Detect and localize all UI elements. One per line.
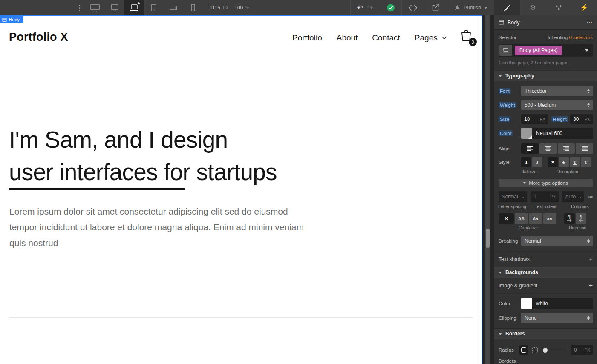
size-label: Size: [499, 117, 521, 122]
selector-tag[interactable]: Body (All Pages): [515, 46, 562, 55]
size-input[interactable]: 18PX: [521, 114, 548, 124]
breakpoint-phone-landscape-button[interactable]: [164, 0, 183, 15]
breakpoint-tablet-button[interactable]: [144, 0, 164, 15]
direction-sublabel: Direction: [569, 225, 586, 230]
columns-input[interactable]: Auto-: [562, 191, 584, 202]
direction-ltr-button[interactable]: ¶: [564, 213, 575, 224]
style-panel: Body ••• Selector Inheriting 0 selectors…: [494, 15, 597, 364]
undo-button[interactable]: ↶: [357, 4, 363, 11]
panel-menu-button[interactable]: •••: [586, 20, 593, 25]
selector-breakpoint-button[interactable]: [499, 45, 512, 56]
nav-link-pages[interactable]: Pages: [415, 33, 447, 43]
publish-button[interactable]: Publish: [447, 0, 494, 15]
align-right-button[interactable]: [558, 143, 575, 154]
spacing-sublabels: Letter spacing Text indent Columns: [494, 204, 597, 209]
radius-slider-handle[interactable]: [543, 348, 548, 353]
background-color-input[interactable]: white: [521, 298, 593, 309]
clipping-select[interactable]: None: [521, 313, 593, 323]
canvas-width-value[interactable]: 1115: [210, 5, 220, 11]
text-color-label: Color: [499, 131, 521, 136]
decoration-overline-button[interactable]: T: [584, 159, 588, 166]
typography-title: Typography: [505, 73, 534, 79]
decoration-sublabel: Decoration: [557, 169, 578, 174]
weight-value: 500 - Medium: [525, 102, 556, 108]
capitalize-lowercase-button[interactable]: aa: [543, 213, 556, 224]
align-justify-button[interactable]: [576, 143, 593, 154]
phone-portrait-icon: [188, 3, 198, 12]
redo-button[interactable]: ↷: [367, 4, 373, 11]
italic-on-button[interactable]: I: [532, 157, 542, 167]
section-typography-header[interactable]: Typography: [494, 70, 597, 81]
text-indent-input[interactable]: 0PX: [531, 191, 559, 202]
hero-paragraph: Lorem ipsum dolor sit amet consectetur a…: [9, 203, 308, 251]
breakpoint-phone-portrait-button[interactable]: [183, 0, 203, 15]
text-shadows-add-button[interactable]: +: [589, 256, 593, 263]
panel-tab-style[interactable]: [494, 0, 520, 15]
nav-link-contact[interactable]: Contact: [372, 33, 400, 43]
nav-link-portfolio[interactable]: Portfolio: [292, 33, 322, 43]
radius-all-corners-button[interactable]: [519, 345, 528, 355]
code-export-button[interactable]: [402, 0, 424, 15]
selector-dropdown-caret-icon[interactable]: [585, 49, 588, 53]
section-borders-header[interactable]: Borders: [494, 328, 597, 339]
cart-button[interactable]: 3: [460, 29, 480, 49]
radius-input[interactable]: 0PX: [571, 345, 593, 355]
desktop-icon: [110, 3, 120, 12]
zoom-level-value[interactable]: 100: [234, 5, 243, 11]
height-input[interactable]: 30PX: [570, 114, 593, 124]
more-type-options-button[interactable]: More type options: [499, 179, 593, 187]
decoration-none-button[interactable]: ✕: [548, 157, 558, 167]
body-selected-badge[interactable]: Body: [0, 16, 23, 23]
letter-spacing-input[interactable]: Normal-: [499, 191, 527, 202]
nav-link-about[interactable]: About: [337, 33, 358, 43]
radius-individual-corners-button[interactable]: [530, 345, 539, 355]
text-shadows-row: Text shadows +: [494, 251, 597, 267]
capitalize-capitalize-button[interactable]: Aa: [529, 213, 542, 224]
zoom-level-unit: %: [245, 6, 249, 10]
toolbar-overflow-menu[interactable]: [73, 0, 85, 15]
image-gradient-add-button[interactable]: +: [589, 282, 593, 289]
borders-sides-label: Borders: [494, 358, 597, 364]
phone-landscape-icon: [168, 3, 179, 12]
design-canvas[interactable]: Body Portfolio X Portfolio About Contact…: [0, 15, 482, 364]
background-color-swatch[interactable]: [521, 298, 532, 309]
radius-slider[interactable]: [543, 348, 568, 353]
panel-tab-interactions[interactable]: ⚡: [571, 0, 597, 15]
selector-field[interactable]: Body (All Pages): [499, 44, 593, 57]
breaking-stepper-icon: [587, 239, 590, 243]
italic-off-button[interactable]: I: [521, 157, 531, 167]
align-left-button[interactable]: [521, 143, 539, 154]
code-icon: [408, 4, 418, 11]
breakpoint-desktop-large-button[interactable]: [85, 0, 105, 15]
text-color-input[interactable]: Neutral 600: [521, 128, 593, 139]
panel-tab-style-manager[interactable]: [546, 0, 571, 15]
align-center-button[interactable]: [539, 143, 557, 154]
font-select[interactable]: Thicccboi: [521, 86, 593, 96]
saved-status-button[interactable]: [380, 0, 401, 15]
panel-tab-element-settings[interactable]: ⚙: [520, 0, 545, 15]
rtl-arrow-icon: [579, 219, 583, 222]
align-justify-icon: [581, 146, 588, 152]
font-stepper-icon: [587, 89, 590, 93]
canvas-panel-gutter: [482, 15, 494, 364]
text-color-swatch[interactable]: [521, 128, 532, 139]
weight-row: Weight 500 - Medium: [494, 100, 597, 110]
decoration-underline-button[interactable]: T: [573, 159, 577, 166]
breaking-select[interactable]: Normal: [521, 236, 593, 246]
pilcrow-rtl-icon: ¶: [580, 215, 582, 219]
italicize-sublabel: Italicize: [522, 169, 536, 174]
inheriting-info[interactable]: Inheriting 0 selectors: [548, 35, 593, 40]
weight-select[interactable]: 500 - Medium: [521, 100, 593, 110]
direction-rtl-button[interactable]: ¶: [576, 213, 586, 224]
breakpoint-desktop-button[interactable]: [105, 0, 124, 15]
typography-more-menu-button[interactable]: •••: [587, 195, 593, 199]
section-backgrounds-header[interactable]: Backgrounds: [494, 267, 597, 278]
canvas-resize-handle[interactable]: [486, 229, 490, 248]
capitalize-uppercase-button[interactable]: AA: [515, 213, 528, 224]
share-button[interactable]: [424, 0, 447, 15]
hero-heading: I'm Sam, and I design user interfaces fo…: [9, 123, 277, 188]
capitalize-none-button[interactable]: ✕: [499, 213, 514, 224]
breakpoint-laptop-button[interactable]: ★: [124, 0, 144, 15]
site-logo[interactable]: Portfolio X: [9, 31, 68, 44]
decoration-strikethrough-button[interactable]: T: [562, 159, 565, 166]
